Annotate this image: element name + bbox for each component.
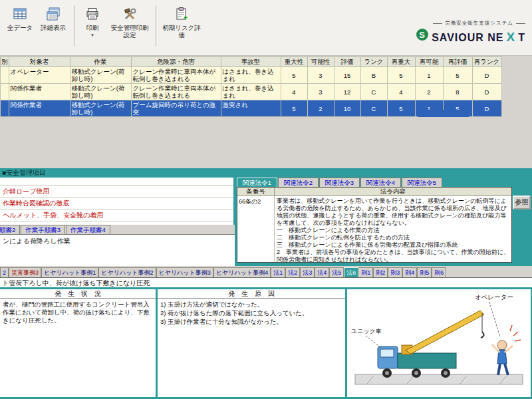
tab-law-5[interactable]: 法5 <box>329 267 344 277</box>
cell: 3 <box>307 84 334 100</box>
button-label: 詳細表示 <box>41 24 66 31</box>
table-row[interactable]: 関係作業者 移動式クレーン(荷卸し時) クレーン作業時に車両本体が転倒し巻き込ま… <box>1 84 502 100</box>
table-header-row: 別 対象者 作業 危険源・危害 事故型 重大性 可能性 評価 ランク 再重大 再… <box>1 57 502 67</box>
cause-item: 2) 荷が抜け落ちた際の落下範囲に立ち入っていた。 <box>160 309 342 317</box>
column-header: 可能性 <box>307 57 334 67</box>
application-window: 全データ 詳細表示 印刷 ▼ 安全管理印刷設定 初期リス <box>0 0 532 399</box>
tab-rule-4[interactable]: 則4 <box>402 267 417 277</box>
crane-accident-illustration: オペレーター ユニック車 <box>347 289 531 397</box>
law-line: 事業者は、移動式クレーンを用いて作業を行うときは、移動式クレーンの転倒等による労… <box>277 198 509 227</box>
detail-icon <box>46 7 61 23</box>
tab-near-miss-1[interactable]: ヒヤリハット事例1 <box>41 267 98 277</box>
tab-procedure-3[interactable]: 作業手順書3 <box>21 225 65 234</box>
button-label: 印刷 <box>86 24 99 31</box>
column-header: 別 <box>1 57 9 67</box>
cause-item: 3) 玉掛け作業者に十分な知識がなかった。 <box>160 318 342 326</box>
print-dropdown-arrow[interactable]: ▼ <box>90 32 94 39</box>
tab-rule-2[interactable]: 則2 <box>373 267 388 277</box>
cell: 5 <box>387 100 415 117</box>
cell: 5 <box>443 67 472 84</box>
logo-tagline: 労働安全衛生支援システム <box>416 20 525 27</box>
tab-procedure-2[interactable]: 順書2 <box>0 225 20 234</box>
cell: 10 <box>334 100 360 117</box>
tab-rule-5[interactable]: 則5 <box>417 267 432 277</box>
law-line: 三 移動式クレーンによる作業に係る労働者の配置及び指揮の系統 <box>277 241 509 249</box>
article-number-header: 条番号 <box>237 188 275 196</box>
print-button[interactable]: 印刷 ▼ <box>78 4 106 42</box>
table-row[interactable]: オペレーター 移動式クレーン(荷卸し時) クレーン作業時に車両本体が転倒し巻き込… <box>1 67 502 84</box>
safety-item[interactable]: 介錯ロープ使用 <box>0 186 233 198</box>
button-label: 全データ <box>7 24 33 31</box>
cell: 関係作業者 <box>9 84 70 100</box>
column-header: ランク <box>360 57 387 67</box>
procedure-tabs: 順書2 作業手順書3 作業手順書4 <box>0 225 111 234</box>
column-header: 作業 <box>70 57 131 67</box>
safety-item[interactable]: ヘルメット、手袋、安全靴の着用 <box>0 209 233 221</box>
reference-button[interactable]: 参照 <box>513 196 531 209</box>
cell: 関係作業者 <box>9 100 70 117</box>
cell: 4 <box>387 84 415 100</box>
cell: B <box>360 67 387 84</box>
saviour-next-logo: 労働安全衛生支援システム S SAVIOUR NEXT <box>416 20 525 45</box>
tab-law-1[interactable]: 法1 <box>271 267 285 277</box>
button-label: 初期リスク評価 <box>162 24 201 39</box>
tab-related-law-2[interactable]: 関連法令2 <box>278 178 319 187</box>
tab-disaster-case-3[interactable]: 災害事例3 <box>9 267 41 277</box>
article-number: 66条の2 <box>237 196 275 262</box>
tab-near-miss-2[interactable]: ヒヤリハット事例2 <box>98 267 156 277</box>
column-header: 再重大 <box>387 57 415 67</box>
tab-rule-6[interactable]: 則6 <box>432 267 446 277</box>
selection-fragment <box>418 110 469 117</box>
clipboard-plus-icon <box>174 7 189 23</box>
tab-near-miss-4[interactable]: ヒヤリハット事例4 <box>213 267 271 277</box>
cell <box>1 100 9 117</box>
risk-assessment-table: 別 対象者 作業 危険源・危害 事故型 重大性 可能性 評価 ランク 再重大 再… <box>0 57 502 117</box>
button-label: 安全管理印刷設定 <box>109 24 150 39</box>
cell: 3 <box>307 67 334 84</box>
cause-panel: 発 生 原 因 1) 玉掛け方法が適切ではなかった。 2) 荷が抜け落ちた際の落… <box>158 289 345 397</box>
tab-related-law-4[interactable]: 関連法令4 <box>360 178 401 187</box>
law-content-header: 法令内容 <box>275 188 511 196</box>
tagline-rule <box>516 23 525 24</box>
tab-law-4[interactable]: 法4 <box>315 267 329 277</box>
cause-list: 1) 玉掛け方法が適切ではなかった。 2) 荷が抜け落ちた際の落下範囲に立ち入っ… <box>158 299 345 329</box>
saviour-s-icon: S <box>416 28 429 41</box>
situation-text: 者が、樋門の管路工に使用するコンクリート管吊入作業において荷卸し中、荷の抜け落ち… <box>0 299 156 327</box>
cell: D <box>472 100 501 117</box>
detail-view-button[interactable]: 詳細表示 <box>37 4 70 34</box>
tab-related-law-5[interactable]: 関連法令5 <box>402 178 442 187</box>
law-tabs: 関連法令1 関連法令2 関連法令3 関連法令4 関連法令5 <box>237 178 443 187</box>
column-header: 事故型 <box>221 57 281 67</box>
cell: 移動式クレーン(荷卸し時) <box>70 67 131 84</box>
tab-law-6[interactable]: 法6 <box>344 267 358 277</box>
cell: 15 <box>334 67 360 84</box>
tab-near-miss-3[interactable]: ヒヤリハット事例3 <box>156 267 213 277</box>
law-line: 二 移動式クレーンの転倒を防止するための方法 <box>277 234 509 241</box>
law-content-box: 条番号 法令内容 66条の2 事業者は、移動式クレーンを用いて作業を行うときは、… <box>237 187 512 263</box>
tab-law-2[interactable]: 法2 <box>285 267 300 277</box>
tab-related-law-3[interactable]: 関連法令3 <box>319 178 360 187</box>
column-header: 重大性 <box>281 57 307 67</box>
initial-risk-assessment-button[interactable]: 初期リスク評価 <box>160 4 203 41</box>
cell: C <box>360 100 387 117</box>
safety-item[interactable]: 作業時合図確認の徹底 <box>0 198 233 209</box>
tagline-text: 労働安全衛生支援システム <box>445 20 513 27</box>
cell: クレーン作業時に車両本体が転倒し巻き込まれる <box>131 84 221 100</box>
cell: ブーム旋回時の吊り荷との激突 <box>131 100 221 117</box>
law-table-body: 66条の2 事業者は、移動式クレーンを用いて作業を行うときは、移動式クレーンの転… <box>237 196 511 262</box>
tab-procedure-4[interactable]: 作業手順書4 <box>66 225 110 234</box>
case-detail-area: 発 生 状 況 者が、樋門の管路工に使用するコンクリート管吊入作業において荷卸し… <box>0 287 532 399</box>
tab-related-law-1[interactable]: 関連法令1 <box>237 178 277 187</box>
cell: D <box>472 84 501 100</box>
tab-law-3[interactable]: 法3 <box>300 267 315 277</box>
column-header: 再可能 <box>415 57 443 67</box>
cell: クレーン作業時に車両本体が転倒し巻き込まれる <box>131 67 221 84</box>
tab-rule-3[interactable]: 則3 <box>388 267 402 277</box>
tab-case-partial[interactable]: 2 <box>0 267 9 277</box>
safety-print-settings-button[interactable]: 安全管理印刷設定 <box>108 4 152 41</box>
toolbar-separator <box>74 5 74 47</box>
all-data-button[interactable]: 全データ <box>5 4 35 34</box>
tab-rule-1[interactable]: 則1 <box>358 267 373 277</box>
situation-header: 発 生 状 況 <box>0 289 156 299</box>
logo-brand: S SAVIOUR NEXT <box>416 28 525 45</box>
